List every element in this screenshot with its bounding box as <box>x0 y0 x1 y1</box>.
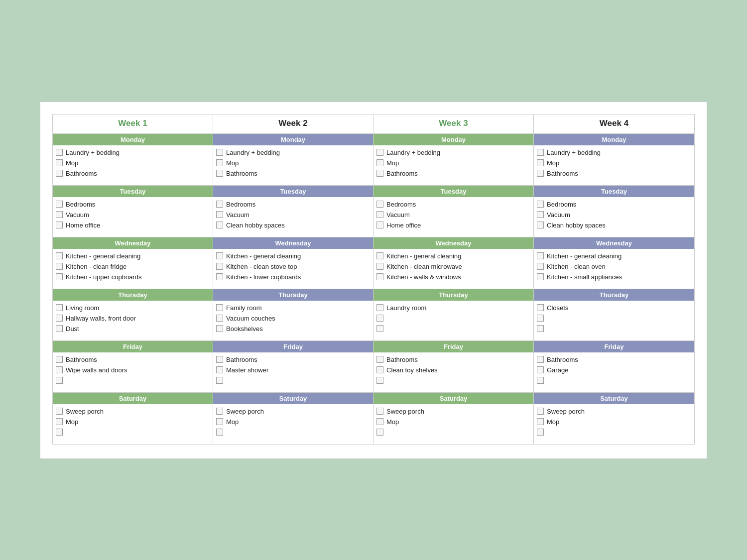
checkbox[interactable] <box>216 366 223 373</box>
checkbox[interactable] <box>216 149 223 156</box>
checkbox-empty[interactable] <box>537 325 544 332</box>
task-text: Laundry room <box>386 304 426 313</box>
checkbox-empty[interactable] <box>537 377 544 384</box>
checkbox[interactable] <box>376 159 383 166</box>
checkbox[interactable] <box>216 408 223 415</box>
task-row: Vacuum <box>56 211 211 220</box>
checkbox[interactable] <box>216 418 223 425</box>
checkbox[interactable] <box>216 170 223 177</box>
checkbox[interactable] <box>537 252 544 259</box>
checkbox[interactable] <box>56 222 63 228</box>
checkbox[interactable] <box>376 170 383 177</box>
checkbox[interactable] <box>537 366 544 373</box>
task-text: Bathrooms <box>547 355 578 364</box>
checkbox[interactable] <box>537 263 544 270</box>
checkbox[interactable] <box>216 325 223 332</box>
task-row: Bookshelves <box>216 325 371 334</box>
task-row: Bathrooms <box>537 355 692 364</box>
checkbox[interactable] <box>56 273 63 280</box>
tasks-area-w4-thursday: Closets <box>534 301 694 340</box>
checkbox[interactable] <box>537 149 544 156</box>
checkbox[interactable] <box>376 222 383 228</box>
tasks-area-w2-wednesday: Kitchen - general cleaningKitchen - clea… <box>213 249 373 289</box>
task-row-empty <box>376 428 531 437</box>
checkbox[interactable] <box>56 201 63 208</box>
checkbox-empty[interactable] <box>216 429 223 436</box>
task-text: Home office <box>386 221 421 230</box>
checkbox[interactable] <box>216 211 223 218</box>
checkbox[interactable] <box>537 222 544 228</box>
checkbox[interactable] <box>56 304 63 311</box>
checkbox[interactable] <box>537 170 544 177</box>
task-text: Bookshelves <box>226 325 263 334</box>
checkbox[interactable] <box>376 211 383 218</box>
checkbox[interactable] <box>376 273 383 280</box>
checkbox[interactable] <box>216 252 223 259</box>
checkbox-empty[interactable] <box>376 429 383 436</box>
day-header-w2-wednesday: Wednesday <box>213 237 373 249</box>
checkbox[interactable] <box>216 159 223 166</box>
checkbox[interactable] <box>537 159 544 166</box>
checkbox-empty[interactable] <box>216 377 223 384</box>
task-row: Mop <box>56 159 211 168</box>
checkbox-empty[interactable] <box>376 377 383 384</box>
checkbox[interactable] <box>376 263 383 270</box>
checkbox[interactable] <box>216 356 223 363</box>
checkbox[interactable] <box>56 366 63 373</box>
checkbox[interactable] <box>56 252 63 259</box>
task-text-empty <box>547 325 549 334</box>
checkbox[interactable] <box>56 211 63 218</box>
checkbox[interactable] <box>216 273 223 280</box>
checkbox[interactable] <box>56 159 63 166</box>
checkbox[interactable] <box>376 408 383 415</box>
checkbox[interactable] <box>216 201 223 208</box>
task-row-empty <box>537 314 692 323</box>
task-row: Kitchen - small appliances <box>537 273 692 282</box>
day-header-w1-friday: Friday <box>53 341 213 352</box>
checkbox[interactable] <box>537 273 544 280</box>
week-header-2: Week 2 <box>213 114 373 134</box>
checkbox[interactable] <box>216 222 223 228</box>
checkbox[interactable] <box>537 408 544 415</box>
checkbox[interactable] <box>56 325 63 332</box>
checkbox[interactable] <box>537 201 544 208</box>
task-text: Bathrooms <box>226 169 257 178</box>
task-row: Bedrooms <box>537 200 692 209</box>
checkbox[interactable] <box>216 304 223 311</box>
checkbox[interactable] <box>56 170 63 177</box>
task-row: Master shower <box>216 366 371 375</box>
checkbox-empty[interactable] <box>376 325 383 332</box>
checkbox[interactable] <box>537 304 544 311</box>
day-block-w4-saturday: SaturdaySweep porchMop <box>534 393 694 444</box>
task-row: Bedrooms <box>376 200 531 209</box>
checkbox-empty[interactable] <box>56 429 63 436</box>
task-row: Dust <box>56 325 211 334</box>
checkbox[interactable] <box>376 356 383 363</box>
checkbox-empty[interactable] <box>537 315 544 322</box>
checkbox[interactable] <box>56 263 63 270</box>
checkbox[interactable] <box>56 149 63 156</box>
task-text: Laundry + bedding <box>226 148 280 157</box>
checkbox[interactable] <box>376 366 383 373</box>
checkbox-empty[interactable] <box>376 315 383 322</box>
checkbox[interactable] <box>56 408 63 415</box>
checkbox-empty[interactable] <box>56 377 63 384</box>
checkbox[interactable] <box>376 252 383 259</box>
checkbox[interactable] <box>537 211 544 218</box>
checkbox[interactable] <box>376 304 383 311</box>
checkbox[interactable] <box>56 418 63 425</box>
task-row: Bathrooms <box>216 169 371 178</box>
checkbox[interactable] <box>537 356 544 363</box>
day-header-w4-thursday: Thursday <box>534 289 694 301</box>
checkbox[interactable] <box>56 315 63 322</box>
checkbox[interactable] <box>537 418 544 425</box>
tasks-area-w1-friday: BathroomsWipe walls and doors <box>53 352 213 392</box>
checkbox[interactable] <box>376 201 383 208</box>
checkbox[interactable] <box>376 418 383 425</box>
checkbox[interactable] <box>216 263 223 270</box>
checkbox[interactable] <box>56 356 63 363</box>
checkbox-empty[interactable] <box>537 429 544 436</box>
task-row: Garage <box>537 366 692 375</box>
checkbox[interactable] <box>376 149 383 156</box>
checkbox[interactable] <box>216 315 223 322</box>
